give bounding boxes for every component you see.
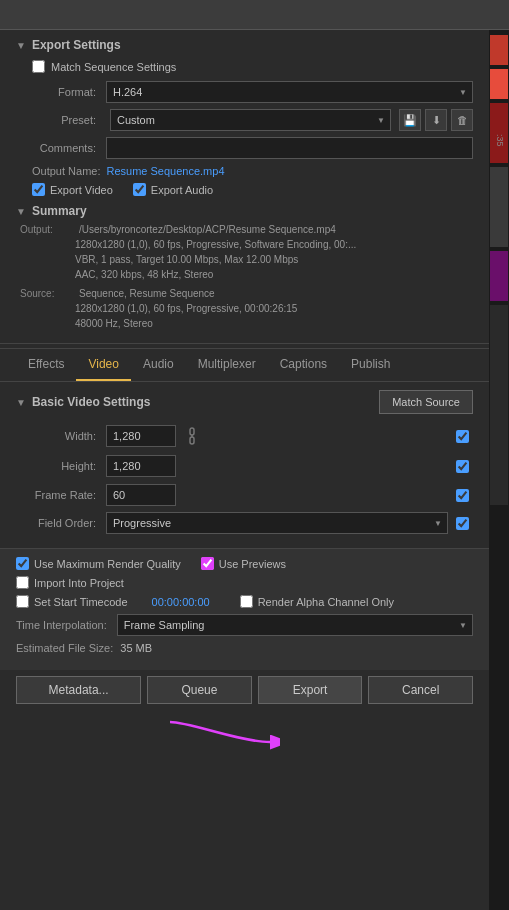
cancel-button[interactable]: Cancel — [368, 676, 473, 704]
summary-output-label: Output: — [20, 222, 75, 237]
summary-output-details: 1280x1280 (1,0), 60 fps, Progressive, So… — [20, 237, 473, 282]
delete-preset-button[interactable]: 🗑 — [451, 109, 473, 131]
export-chevron-icon: ▼ — [16, 40, 26, 51]
use-previews-checkbox[interactable] — [201, 557, 214, 570]
export-audio-checkbox[interactable] — [133, 183, 146, 196]
use-previews-label[interactable]: Use Previews — [219, 558, 286, 570]
field-order-select[interactable]: Progressive Upper First Lower First — [106, 512, 448, 534]
tab-publish[interactable]: Publish — [339, 349, 402, 381]
export-video-label[interactable]: Export Video — [50, 184, 113, 196]
side-color-5 — [490, 251, 508, 301]
field-order-label: Field Order: — [16, 517, 106, 529]
video-section: ▼ Basic Video Settings Match Source Widt… — [0, 382, 489, 548]
match-sequence-label[interactable]: Match Sequence Settings — [51, 61, 176, 73]
summary-source-line1: Sequence, Resume Sequence — [79, 286, 215, 301]
set-timecode-item: Set Start Timecode — [16, 595, 128, 608]
render-alpha-item: Render Alpha Channel Only — [240, 595, 394, 608]
file-size-row: Estimated File Size: 35 MB — [16, 642, 473, 654]
tab-effects[interactable]: Effects — [16, 349, 76, 381]
video-chevron-icon: ▼ — [16, 397, 26, 408]
summary-section: ▼ Summary Output: /Users/byroncortez/Des… — [16, 204, 473, 331]
export-video-checkbox[interactable] — [32, 183, 45, 196]
match-source-button[interactable]: Match Source — [379, 390, 473, 414]
match-sequence-row: Match Sequence Settings — [32, 60, 473, 73]
basic-video-label: Basic Video Settings — [32, 395, 150, 409]
preset-label: Preset: — [16, 114, 106, 126]
set-timecode-label[interactable]: Set Start Timecode — [34, 596, 128, 608]
export-video-item: Export Video — [32, 183, 113, 196]
side-text: :35 — [491, 130, 509, 151]
timecode-alpha-row: Set Start Timecode 00:00:00:00 Render Al… — [16, 595, 473, 608]
svg-rect-1 — [190, 437, 194, 444]
frame-rate-auto-checkbox[interactable] — [456, 489, 469, 502]
timecode-value: 00:00:00:00 — [152, 596, 210, 608]
side-color-1 — [490, 35, 508, 65]
field-order-select-wrapper: Progressive Upper First Lower First — [106, 512, 448, 534]
comments-row: Comments: — [16, 137, 473, 159]
time-interpolation-select-wrapper: Frame Sampling Frame Blending Optical Fl… — [117, 614, 473, 636]
summary-output-line1: /Users/byroncortez/Desktop/ACP/Resume Se… — [79, 222, 336, 237]
summary-content: Output: /Users/byroncortez/Desktop/ACP/R… — [16, 222, 473, 331]
tab-audio[interactable]: Audio — [131, 349, 186, 381]
summary-output-line4: AAC, 320 kbps, 48 kHz, Stereo — [75, 267, 473, 282]
frame-rate-input[interactable] — [106, 484, 176, 506]
annotation-arrow — [160, 712, 280, 765]
time-interpolation-select[interactable]: Frame Sampling Frame Blending Optical Fl… — [117, 614, 473, 636]
render-alpha-label[interactable]: Render Alpha Channel Only — [258, 596, 394, 608]
summary-source-line2: 1280x1280 (1,0), 60 fps, Progressive, 00… — [75, 301, 473, 316]
summary-chevron-icon: ▼ — [16, 206, 26, 217]
height-auto-checkbox[interactable] — [456, 460, 469, 473]
import-preset-button[interactable]: ⬇ — [425, 109, 447, 131]
export-checks: Export Video Export Audio — [32, 183, 473, 196]
tab-multiplexer[interactable]: Multiplexer — [186, 349, 268, 381]
summary-source-label: Source: — [20, 286, 75, 301]
frame-rate-label: Frame Rate: — [16, 489, 106, 501]
summary-header: ▼ Summary — [16, 204, 473, 218]
comments-label: Comments: — [16, 142, 106, 154]
save-preset-button[interactable]: 💾 — [399, 109, 421, 131]
use-max-render-item: Use Maximum Render Quality — [16, 557, 181, 570]
export-audio-label[interactable]: Export Audio — [151, 184, 213, 196]
import-project-label[interactable]: Import Into Project — [34, 577, 124, 589]
estimated-size-value: 35 MB — [120, 642, 152, 654]
field-order-auto-checkbox[interactable] — [456, 517, 469, 530]
output-name-row: Output Name: Resume Sequence.mp4 — [32, 165, 473, 177]
import-project-checkbox[interactable] — [16, 576, 29, 589]
tab-captions[interactable]: Captions — [268, 349, 339, 381]
format-row: Format: H.264 — [16, 81, 473, 103]
export-settings-title: Export Settings — [32, 38, 121, 52]
preset-select-wrapper: Custom — [110, 109, 391, 131]
tabs-bar: Effects Video Audio Multiplexer Captions… — [0, 348, 489, 382]
width-input[interactable] — [106, 425, 176, 447]
height-row: Height: — [16, 454, 473, 478]
summary-output-row: Output: /Users/byroncortez/Desktop/ACP/R… — [20, 222, 473, 237]
top-bar — [0, 0, 509, 30]
summary-title: Summary — [32, 204, 87, 218]
metadata-button[interactable]: Metadata... — [16, 676, 141, 704]
export-settings-section: ▼ Export Settings Match Sequence Setting… — [0, 30, 489, 339]
bottom-buttons: Metadata... Queue Export Cancel — [0, 670, 489, 710]
height-label: Height: — [16, 460, 106, 472]
side-color-2 — [490, 69, 508, 99]
export-button[interactable]: Export — [258, 676, 363, 704]
summary-source-details: 1280x1280 (1,0), 60 fps, Progressive, 00… — [20, 301, 473, 331]
estimated-size-label: Estimated File Size: — [16, 642, 113, 654]
time-interpolation-row: Time Interpolation: Frame Sampling Frame… — [16, 614, 473, 636]
height-input[interactable] — [106, 455, 176, 477]
tab-video[interactable]: Video — [76, 349, 130, 381]
video-section-title: ▼ Basic Video Settings — [16, 395, 150, 409]
summary-source-line3: 48000 Hz, Stereo — [75, 316, 473, 331]
format-select[interactable]: H.264 — [106, 81, 473, 103]
width-auto-checkbox[interactable] — [456, 430, 469, 443]
comments-input[interactable] — [106, 137, 473, 159]
render-alpha-checkbox[interactable] — [240, 595, 253, 608]
match-sequence-checkbox[interactable] — [32, 60, 45, 73]
queue-button[interactable]: Queue — [147, 676, 252, 704]
field-order-row: Field Order: Progressive Upper First Low… — [16, 512, 473, 534]
preset-select[interactable]: Custom — [110, 109, 391, 131]
preset-row: Preset: Custom 💾 ⬇ 🗑 — [16, 109, 473, 131]
output-name-link[interactable]: Resume Sequence.mp4 — [106, 165, 224, 177]
use-max-render-checkbox[interactable] — [16, 557, 29, 570]
use-max-render-label[interactable]: Use Maximum Render Quality — [34, 558, 181, 570]
set-timecode-checkbox[interactable] — [16, 595, 29, 608]
